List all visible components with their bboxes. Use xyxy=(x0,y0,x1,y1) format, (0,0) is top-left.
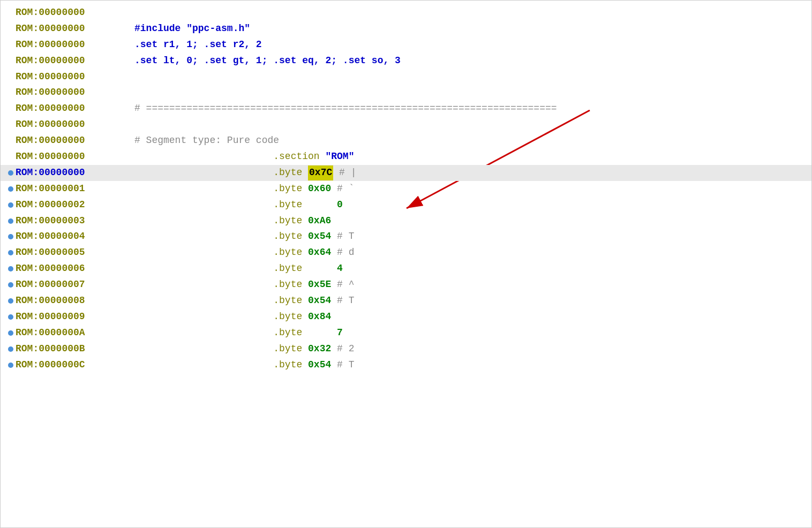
code-segment: .byte xyxy=(273,182,308,197)
address-label: ROM:00000000 xyxy=(16,149,128,164)
code-segment xyxy=(134,149,273,164)
address-label: ROM:00000002 xyxy=(16,198,128,213)
dot-indicator xyxy=(8,234,13,239)
code-segment: 0x64 xyxy=(308,245,331,260)
code-line: ROM:0000000A .byte 7 xyxy=(1,325,811,341)
address-label: ROM:00000005 xyxy=(16,245,128,260)
breakpoint-dot[interactable] xyxy=(6,298,16,304)
address-label: ROM:00000004 xyxy=(16,229,128,244)
code-segment: 0x5E xyxy=(308,277,331,292)
code-line: ROM:00000006 .byte 4 xyxy=(1,261,811,277)
breakpoint-dot[interactable] xyxy=(6,266,16,271)
code-segment xyxy=(134,293,273,308)
address-label: ROM:0000000A xyxy=(16,326,128,341)
dot-indicator xyxy=(8,186,13,192)
code-segment: # d xyxy=(331,245,354,260)
code-segment: .byte xyxy=(273,277,308,292)
code-segment: # xyxy=(134,101,146,116)
dot-indicator xyxy=(8,170,13,176)
address-label: ROM:00000000 xyxy=(16,5,128,20)
breakpoint-dot[interactable] xyxy=(6,250,16,255)
address-label: ROM:00000006 xyxy=(16,261,128,276)
address-label: ROM:00000001 xyxy=(16,182,128,197)
code-line: ROM:00000002 .byte 0 xyxy=(1,197,811,213)
code-segment: #include xyxy=(134,21,186,36)
code-segment: 0x54 xyxy=(308,293,331,308)
code-segment: 0x60 xyxy=(308,182,331,197)
dot-indicator xyxy=(8,330,13,336)
code-line: ROM:00000005 .byte 0x64 # d xyxy=(1,245,811,261)
address-label: ROM:00000009 xyxy=(16,310,128,325)
code-segment: .byte xyxy=(273,358,308,373)
address-label: ROM:00000000 xyxy=(16,37,128,52)
address-label: ROM:00000003 xyxy=(16,214,128,229)
code-segment xyxy=(134,245,273,260)
code-segment: ========================================… xyxy=(146,101,557,116)
breakpoint-dot[interactable] xyxy=(6,202,16,208)
address-label: ROM:00000000 xyxy=(16,54,128,69)
code-segment: .set lt, 0; .set gt, 1; .set eq, 2; .set… xyxy=(134,54,401,69)
code-line: ROM:00000009 .byte 0x84 xyxy=(1,309,811,325)
code-line: ROM:00000007 .byte 0x5E # ^ xyxy=(1,277,811,293)
code-segment: 0x54 xyxy=(308,358,331,373)
breakpoint-dot[interactable] xyxy=(6,363,16,368)
code-line: ROM:00000008 .byte 0x54 # T xyxy=(1,293,811,309)
code-segment: .byte xyxy=(273,293,308,308)
code-segment: .byte xyxy=(273,261,308,276)
code-line: ROM:00000003 .byte 0xA6 xyxy=(1,213,811,229)
code-line: ROM:0000000B .byte 0x32 # 2 xyxy=(1,341,811,357)
code-segment: 0 xyxy=(308,198,343,213)
code-segment: # T xyxy=(331,358,354,373)
code-line: ROM:00000000#include "ppc-asm.h" xyxy=(1,21,811,37)
code-segment: .byte xyxy=(273,245,308,260)
dot-indicator xyxy=(8,314,13,320)
code-view: ROM:00000000ROM:00000000#include "ppc-as… xyxy=(0,0,812,528)
code-segment: # T xyxy=(331,293,354,308)
breakpoint-dot[interactable] xyxy=(6,346,16,352)
code-segment: .byte xyxy=(273,310,308,325)
breakpoint-dot[interactable] xyxy=(6,186,16,192)
code-segment xyxy=(134,342,273,357)
dot-indicator xyxy=(8,346,13,352)
code-line: ROM:00000000 xyxy=(1,117,811,133)
dot-indicator xyxy=(8,218,13,224)
code-segment: 0xA6 xyxy=(308,214,331,229)
code-line: ROM:00000000 .byte 0x7C # | xyxy=(1,165,811,181)
breakpoint-dot[interactable] xyxy=(6,218,16,224)
code-segment: # T xyxy=(331,229,354,244)
code-segment: .byte xyxy=(273,326,308,341)
code-segment: 0x84 xyxy=(308,310,331,325)
breakpoint-dot[interactable] xyxy=(6,314,16,320)
code-segment xyxy=(134,229,273,244)
code-segment: "ROM" xyxy=(325,149,354,164)
code-segment xyxy=(134,326,273,341)
address-label: ROM:00000008 xyxy=(16,293,128,308)
address-label: ROM:00000000 xyxy=(16,165,128,180)
code-segment: # ` xyxy=(331,182,354,197)
code-segment: .byte xyxy=(273,165,308,180)
dot-indicator xyxy=(8,282,13,288)
breakpoint-dot[interactable] xyxy=(6,282,16,288)
code-line: ROM:0000000C .byte 0x54 # T xyxy=(1,357,811,373)
code-segment xyxy=(134,261,273,276)
code-line: ROM:00000000 xyxy=(1,5,811,21)
code-line: ROM:00000000 xyxy=(1,69,811,85)
code-segment xyxy=(134,165,273,180)
address-label: ROM:00000000 xyxy=(16,117,128,132)
assembly-lines: ROM:00000000ROM:00000000#include "ppc-as… xyxy=(1,5,811,373)
breakpoint-dot[interactable] xyxy=(6,170,16,176)
code-segment xyxy=(134,182,273,197)
code-segment xyxy=(134,358,273,373)
code-segment xyxy=(134,198,273,213)
code-segment: 4 xyxy=(308,261,343,276)
dot-indicator xyxy=(8,202,13,208)
highlighted-value: 0x7C xyxy=(308,165,333,180)
code-segment: 0x54 xyxy=(308,229,331,244)
breakpoint-dot[interactable] xyxy=(6,234,16,239)
address-label: ROM:0000000C xyxy=(16,358,128,373)
code-line: ROM:00000000.set r1, 1; .set r2, 2 xyxy=(1,37,811,53)
address-label: ROM:00000000 xyxy=(16,101,128,116)
code-segment: .byte xyxy=(273,198,308,213)
breakpoint-dot[interactable] xyxy=(6,330,16,336)
code-line: ROM:00000000# ==========================… xyxy=(1,101,811,117)
